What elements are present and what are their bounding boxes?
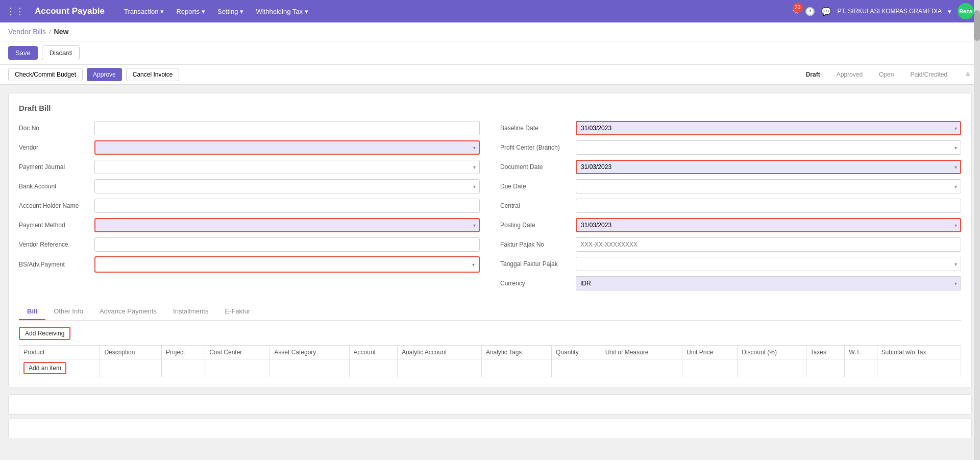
bs-adv-row: BS/Adv.Payment ▾: [19, 256, 480, 273]
empty-subtotal-cell: [877, 359, 961, 377]
empty-project-cell: [162, 359, 205, 377]
tab-other-info[interactable]: Other Info: [45, 303, 91, 320]
empty-quantity-cell: [551, 359, 601, 377]
posting-date-select[interactable]: 31/03/2023: [576, 218, 961, 232]
payment-journal-select[interactable]: [94, 160, 480, 174]
status-bar: Check/Commit Budget Approve Cancel Invoi…: [0, 65, 980, 85]
check-commit-budget-button[interactable]: Check/Commit Budget: [8, 68, 83, 81]
payment-method-label: Payment Method: [19, 222, 90, 229]
col-cost-center: Cost Center: [205, 346, 270, 359]
chat-icon[interactable]: 💬: [821, 7, 831, 16]
menu-reports[interactable]: Reports ▾: [171, 6, 210, 17]
scroll-up-icon[interactable]: ▲: [964, 69, 972, 80]
tab-installments[interactable]: Installments: [165, 303, 216, 320]
tab-efaktur[interactable]: E-Faktur: [216, 303, 258, 320]
status-approved[interactable]: Approved: [832, 69, 867, 80]
action-bar: Save Discard: [0, 41, 980, 65]
empty-wt-cell: [845, 359, 877, 377]
user-avatar[interactable]: Reza: [958, 3, 974, 19]
menu-transaction[interactable]: Transaction ▾: [119, 6, 169, 17]
chevron-down-icon: ▾: [160, 8, 164, 15]
form-grid: Doc No Vendor ▾ Payment Journal: [19, 120, 961, 291]
profit-center-label: Profit Center (Branch): [500, 144, 572, 151]
vendor-select[interactable]: [94, 140, 480, 155]
menu-setting[interactable]: Setting ▾: [212, 6, 249, 17]
baseline-date-select[interactable]: 31/03/2023: [576, 121, 961, 135]
empty-analytic-tags-cell: [481, 359, 551, 377]
top-menu: Transaction ▾ Reports ▾ Setting ▾ Withho…: [119, 6, 784, 17]
posting-date-row: Posting Date 31/03/2023 ▾: [500, 217, 961, 233]
due-date-label: Due Date: [500, 183, 572, 190]
bank-account-select[interactable]: [94, 179, 480, 193]
add-receiving-button[interactable]: Add Receiving: [19, 327, 70, 340]
chevron-down-icon: ▾: [202, 8, 205, 15]
form-right-section: Baseline Date 31/03/2023 ▾ Profit Center…: [500, 120, 961, 291]
tanggal-faktur-select[interactable]: [576, 257, 961, 271]
breadcrumb-current: New: [54, 28, 69, 36]
faktur-pajak-no-row: Faktur Pajak No: [500, 237, 961, 252]
doc-no-input[interactable]: [94, 121, 480, 135]
status-paid-credited[interactable]: Paid/Credited: [906, 69, 951, 80]
currency-select[interactable]: IDR: [576, 276, 961, 290]
account-holder-input[interactable]: [94, 199, 480, 213]
due-date-select[interactable]: [576, 179, 961, 193]
document-date-select[interactable]: 31/03/2023: [576, 160, 961, 174]
tab-advance-payments[interactable]: Advance Payments: [91, 303, 165, 320]
scroll-thumb[interactable]: [974, 10, 980, 41]
company-name[interactable]: PT. SIRKULASI KOMPAS GRAMEDIA: [838, 8, 942, 15]
save-button[interactable]: Save: [8, 46, 38, 60]
notification-area: ✎ 20: [792, 7, 799, 16]
form-title: Draft Bill: [19, 104, 961, 112]
currency-label: Currency: [500, 280, 572, 287]
tab-bill[interactable]: Bill: [19, 303, 45, 320]
document-date-row: Document Date 31/03/2023 ▾: [500, 159, 961, 175]
col-asset-category: Asset Category: [270, 346, 349, 359]
menu-withholding-tax[interactable]: Withholding Tax ▾: [251, 6, 313, 17]
profit-center-select[interactable]: [576, 140, 961, 155]
bs-adv-select[interactable]: [95, 257, 479, 272]
chevron-down-icon: ▾: [305, 8, 308, 15]
empty-uom-cell: [601, 359, 682, 377]
tabs-bar: Bill Other Info Advance Payments Install…: [19, 303, 961, 321]
payment-method-select-wrapper: ▾: [94, 218, 480, 232]
vendor-ref-input[interactable]: [94, 237, 480, 252]
tanggal-faktur-row: Tanggal Faktur Pajak ▾: [500, 256, 961, 272]
grid-menu-icon[interactable]: ⋮⋮: [6, 6, 24, 17]
payment-method-select[interactable]: [94, 218, 480, 232]
status-draft[interactable]: Draft: [802, 69, 824, 80]
currency-row: Currency IDR ▾: [500, 276, 961, 291]
payment-method-row: Payment Method ▾: [19, 217, 480, 233]
company-dropdown-icon[interactable]: ▾: [948, 8, 951, 15]
status-open[interactable]: Open: [875, 69, 898, 80]
empty-taxes-cell: [806, 359, 845, 377]
col-description: Description: [100, 346, 162, 359]
clock-icon[interactable]: 🕐: [805, 7, 815, 16]
col-analytic-tags: Analytic Tags: [481, 346, 551, 359]
empty-discount-cell: [738, 359, 806, 377]
status-steps: Draft Approved Open Paid/Credited ▲: [802, 69, 972, 80]
draft-bill-form: Draft Bill Doc No Vendor ▾: [8, 93, 972, 388]
scrollbar[interactable]: [974, 0, 980, 451]
faktur-pajak-no-input[interactable]: [576, 237, 961, 252]
approve-button[interactable]: Approve: [87, 68, 122, 81]
add-item-button[interactable]: Add an item: [23, 362, 66, 374]
due-date-wrapper: ▾: [576, 179, 961, 193]
central-input[interactable]: [576, 199, 961, 213]
col-taxes: Taxes: [806, 346, 845, 359]
col-quantity: Quantity: [551, 346, 601, 359]
cancel-invoice-button[interactable]: Cancel Invoice: [126, 68, 180, 81]
breadcrumb-parent[interactable]: Vendor Bills: [8, 28, 46, 36]
app-brand: Account Payable: [35, 6, 105, 16]
col-account: Account: [349, 346, 398, 359]
document-date-wrapper: 31/03/2023 ▾: [576, 160, 961, 174]
posting-date-wrapper: 31/03/2023 ▾: [576, 218, 961, 232]
doc-no-row: Doc No: [19, 120, 480, 136]
document-date-label: Document Date: [500, 163, 572, 171]
bs-adv-label: BS/Adv.Payment: [19, 261, 90, 268]
breadcrumb-separator: /: [49, 28, 51, 36]
col-project: Project: [162, 346, 205, 359]
col-discount: Discount (%): [738, 346, 806, 359]
discard-button[interactable]: Discard: [42, 45, 80, 60]
doc-no-label: Doc No: [19, 125, 90, 132]
empty-unit-price-cell: [682, 359, 738, 377]
